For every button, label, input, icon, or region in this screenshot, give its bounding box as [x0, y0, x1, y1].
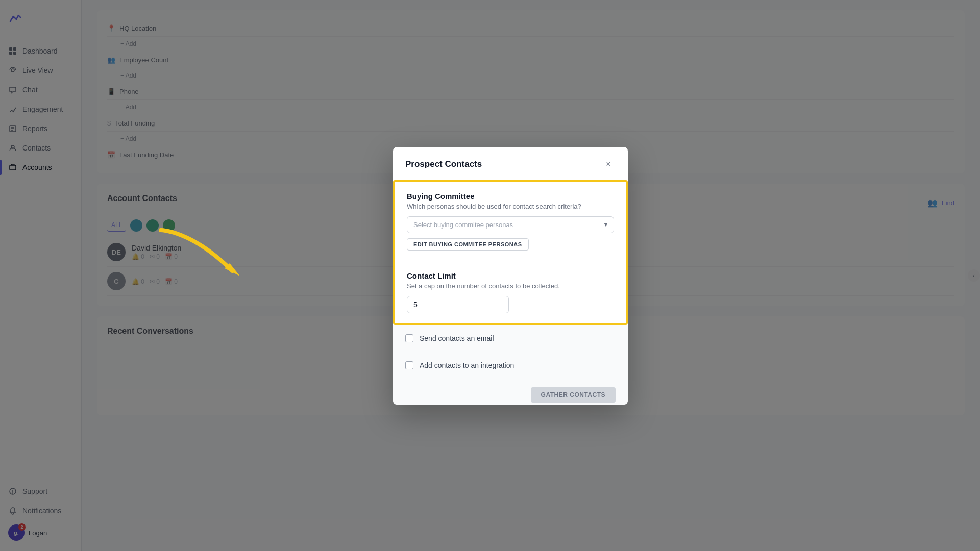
send-email-section: Send contacts an email [393, 325, 628, 352]
buying-committee-subtitle: Which personas should be used for contac… [407, 203, 614, 210]
contact-limit-input[interactable] [407, 296, 509, 313]
contact-limit-subtitle: Set a cap on the number of contacts to b… [407, 282, 614, 290]
edit-buying-committee-button[interactable]: EDIT BUYING COMMITEE PERSONAS [407, 238, 529, 251]
buying-committee-section: Buying Committee Which personas should b… [395, 182, 626, 261]
buying-committee-select-wrapper: Select buying commitee personas ▼ [407, 216, 614, 233]
add-integration-row: Add contacts to an integration [405, 361, 616, 369]
modal-body: Buying Committee Which personas should b… [393, 180, 628, 405]
modal-footer: GATHER CONTACTS [393, 379, 628, 405]
contact-limit-section: Contact Limit Set a cap on the number of… [395, 261, 626, 323]
gather-contacts-button[interactable]: GATHER CONTACTS [531, 387, 616, 403]
add-integration-section: Add contacts to an integration [393, 352, 628, 379]
modal-header: Prospect Contacts × [393, 147, 628, 180]
buying-committee-select[interactable]: Select buying commitee personas [407, 216, 614, 233]
send-email-checkbox[interactable] [405, 334, 413, 342]
add-integration-checkbox[interactable] [405, 361, 413, 369]
prospect-contacts-modal: Prospect Contacts × Buying Committee Whi… [393, 147, 628, 405]
modal-overlay[interactable]: Prospect Contacts × Buying Committee Whi… [0, 0, 980, 551]
send-email-label: Send contacts an email [420, 334, 494, 342]
buying-committee-title: Buying Committee [407, 192, 614, 201]
modal-close-button[interactable]: × [601, 157, 616, 171]
add-integration-label: Add contacts to an integration [420, 361, 514, 369]
highlighted-section: Buying Committee Which personas should b… [393, 180, 628, 325]
contact-limit-title: Contact Limit [407, 271, 614, 280]
send-email-row: Send contacts an email [405, 334, 616, 342]
modal-title: Prospect Contacts [405, 159, 482, 169]
